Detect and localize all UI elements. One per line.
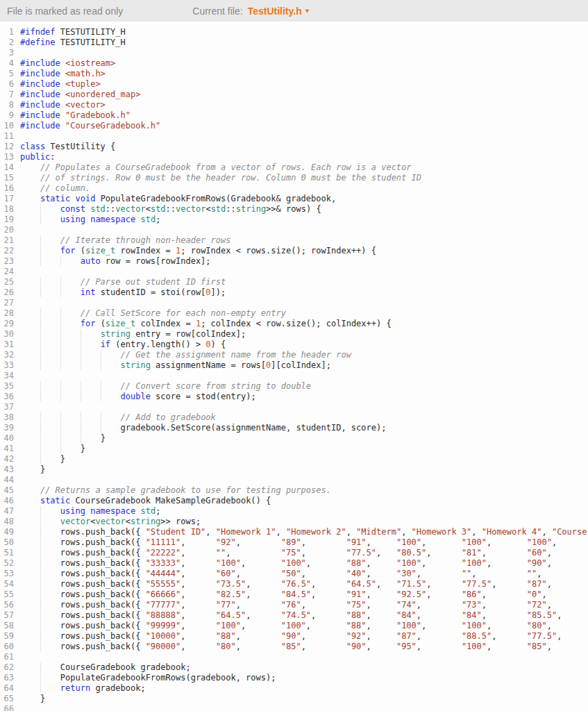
line-number: 64 — [0, 683, 14, 694]
code-line[interactable]: 1#ifndef TESTUTILITY_H — [0, 27, 588, 37]
code-line[interactable]: 13public: — [0, 152, 588, 162]
code-line[interactable]: 17 static void PopulateGradebookFromRows… — [0, 194, 588, 204]
code-token: string — [101, 329, 131, 339]
code-line[interactable]: 23 auto row = rows[rowIndex]; — [0, 256, 588, 267]
code-line[interactable]: 26 int studentID = stoi(row[0]); — [0, 287, 588, 298]
code-line[interactable]: 65 } — [0, 694, 588, 704]
code-line[interactable]: 27 — [0, 298, 588, 308]
code-line[interactable]: 10#include "CourseGradebook.h" — [0, 121, 588, 131]
code-line[interactable]: 55 rows.push_back({ "66666", "82.5", "84… — [0, 589, 588, 600]
code-line[interactable]: 39 gradebook.SetScore(assignmentName, st… — [0, 423, 588, 433]
code-line[interactable]: 29 for (size_t colIndex = 1; colIndex < … — [0, 319, 588, 329]
code-line[interactable]: 58 rows.push_back({ "99999", "100", "100… — [0, 621, 588, 631]
code-line[interactable]: 4#include <iostream> — [0, 58, 588, 69]
code-token: , — [301, 631, 346, 641]
code-line[interactable]: 30 string entry = row[colIndex]; — [0, 329, 588, 340]
line-number: 32 — [0, 350, 14, 360]
code-line[interactable]: 56 rows.push_back({ "77777", "77", "76",… — [0, 600, 588, 610]
code-line[interactable]: 57 rows.push_back({ "88888", "64.5", "74… — [0, 610, 588, 621]
code-line[interactable]: 15 // of strings. Row 0 must be the head… — [0, 173, 588, 183]
code-line[interactable]: 32 // Get the assignment name from the h… — [0, 350, 588, 360]
line-number: 12 — [0, 142, 14, 152]
code-token: TestUtility { — [45, 142, 115, 151]
code-token: :: — [106, 204, 115, 214]
code-token: size_t — [106, 319, 135, 328]
code-token: "11111" — [146, 537, 181, 547]
current-file-section: Current file: TestUtility.h ▾ — [192, 6, 309, 17]
code-line[interactable]: 14 // Populates a CourseGradebook from a… — [0, 162, 588, 173]
code-line[interactable]: 38 // Add to gradebook — [0, 412, 588, 423]
code-line[interactable]: 47 using namespace std; — [0, 506, 588, 517]
indent-guide — [40, 204, 60, 214]
code-line[interactable]: 53 rows.push_back({ "44444", "60", "50",… — [0, 569, 588, 579]
code-token: , — [421, 621, 462, 630]
code-token: , — [180, 610, 216, 620]
code-line[interactable]: 12class TestUtility { — [0, 142, 588, 152]
indent-guide — [60, 392, 81, 401]
current-file-dropdown[interactable]: TestUtility.h ▾ — [248, 6, 310, 17]
code-token: <vector> — [65, 100, 106, 110]
code-line[interactable]: 9#include "Gradebook.h" — [0, 110, 588, 121]
code-line[interactable]: 54 rows.push_back({ "55555", "73.5", "76… — [0, 579, 588, 589]
code-token: <unordered_map> — [65, 90, 140, 99]
code-line[interactable]: 64 return gradebook; — [0, 683, 588, 694]
code-line[interactable]: 5#include <math.h> — [0, 69, 588, 79]
code-token: , — [367, 642, 396, 651]
code-line[interactable]: 25 // Parse out student ID first — [0, 277, 588, 287]
code-token: <tuple> — [65, 79, 101, 89]
line-number: 52 — [0, 558, 14, 569]
indent-guide — [20, 444, 40, 453]
code-line[interactable]: 62 CourseGradebook gradebook; — [0, 662, 588, 673]
code-token: <math.h> — [65, 69, 106, 78]
code-line[interactable]: 63 PopulateGradebookFromRows(gradebook, … — [0, 673, 588, 683]
code-line[interactable]: 44 — [0, 475, 588, 485]
code-line[interactable]: 24 — [0, 267, 588, 277]
code-line[interactable]: 34 — [0, 371, 588, 381]
code-line[interactable]: 37 — [0, 402, 588, 412]
code-line[interactable]: 16 // column. — [0, 183, 588, 194]
code-token: string — [236, 204, 266, 214]
code-token: "Homework 1" — [216, 527, 276, 537]
code-line[interactable]: 8#include <vector> — [0, 100, 588, 110]
code-line[interactable]: 45 // Returns a sample gradebook to use … — [0, 485, 588, 496]
code-line[interactable]: 60 rows.push_back({ "90000", "80", "85",… — [0, 642, 588, 652]
code-line[interactable]: 36 double score = stod(entry); — [0, 392, 588, 402]
code-line[interactable]: 18 const std::vector<std::vector<std::st… — [0, 204, 588, 215]
code-line[interactable]: 50 rows.push_back({ "11111", "92", "89",… — [0, 537, 588, 548]
code-line[interactable]: 51 rows.push_back({ "22222", "", "75", "… — [0, 548, 588, 558]
code-line[interactable]: 7#include <unordered_map> — [0, 90, 588, 100]
code-editor[interactable]: 1#ifndef TESTUTILITY_H2#define TESTUTILI… — [0, 22, 588, 711]
code-line[interactable]: 59 rows.push_back({ "10000", "88", "90",… — [0, 631, 588, 642]
line-number: 26 — [0, 287, 14, 298]
code-token: , — [417, 610, 462, 620]
code-line[interactable]: 35 // Convert score from string to doubl… — [0, 381, 588, 392]
code-line[interactable]: 43 } — [0, 465, 588, 475]
code-token: TESTUTILITY_H — [56, 37, 126, 47]
code-line[interactable]: 19 using namespace std; — [0, 215, 588, 225]
code-line[interactable]: 40 } — [0, 433, 588, 444]
code-line[interactable]: 33 string assignmentName = rows[0][colIn… — [0, 360, 588, 371]
code-line[interactable]: 48 vector<vector<string>> rows; — [0, 517, 588, 527]
code-line[interactable]: 31 if (entry.length() > 0) { — [0, 340, 588, 350]
code-line[interactable]: 11 — [0, 131, 588, 142]
code-line[interactable]: 61 — [0, 652, 588, 662]
code-line[interactable]: 49 rows.push_back({ "Student ID", "Homew… — [0, 527, 588, 537]
indent-guide — [40, 235, 60, 245]
code-token: std — [211, 204, 226, 214]
code-line[interactable]: 2#define TESTUTILITY_H — [0, 37, 588, 48]
indent-guide — [20, 662, 40, 672]
code-line[interactable]: 41 } — [0, 444, 588, 454]
code-token: ]); — [211, 287, 226, 297]
code-line[interactable]: 46 static CourseGradebook MakeSampleGrad… — [0, 496, 588, 506]
code-line[interactable]: 20 — [0, 225, 588, 235]
code-line[interactable]: 21 // Iterate through non-header rows — [0, 235, 588, 246]
code-lines: 1#ifndef TESTUTILITY_H2#define TESTUTILI… — [0, 27, 588, 711]
code-line[interactable]: 28 // Call SetScore for each non-empty e… — [0, 308, 588, 319]
code-line[interactable]: 3 — [0, 48, 588, 58]
code-token: rows.push_back({ — [60, 527, 146, 537]
code-line[interactable]: 42 } — [0, 454, 588, 465]
code-line[interactable]: 66 — [0, 704, 588, 711]
code-line[interactable]: 52 rows.push_back({ "33333", "100", "100… — [0, 558, 588, 569]
code-line[interactable]: 6#include <tuple> — [0, 79, 588, 90]
code-line[interactable]: 22 for (size_t rowIndex = 1; rowIndex < … — [0, 246, 588, 256]
